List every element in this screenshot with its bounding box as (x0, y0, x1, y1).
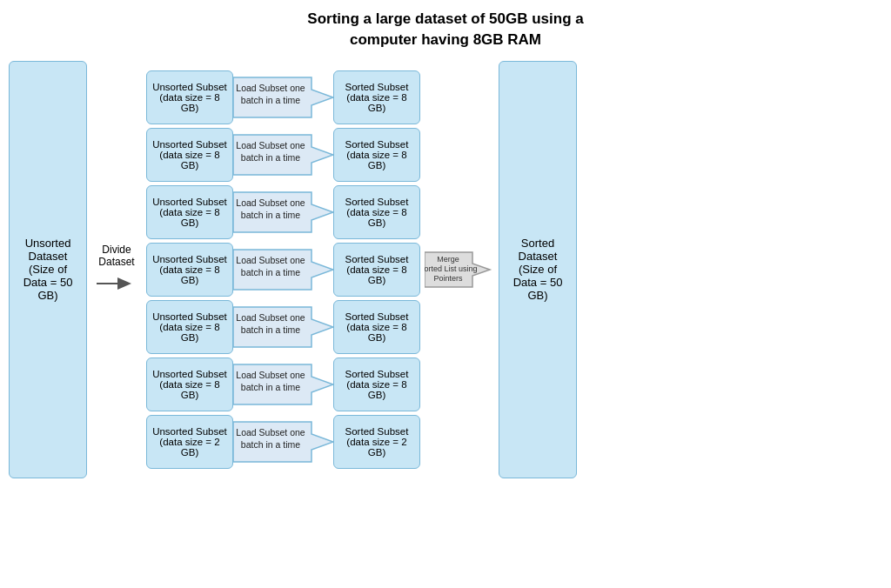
table-row: Unsorted Subset (data size = 8 GB)Load S… (146, 357, 420, 411)
svg-text:Load Subset one: Load Subset one (236, 427, 305, 438)
table-row: Unsorted Subset (data size = 8 GB)Load S… (146, 70, 420, 124)
load-arrow: Load Subset onebatch in a time (233, 415, 333, 469)
svg-text:Sorted List using: Sorted List using (425, 264, 478, 273)
load-arrow: Load Subset onebatch in a time (233, 185, 333, 239)
load-arrow: Load Subset onebatch in a time (233, 300, 333, 354)
svg-text:batch in a time: batch in a time (241, 210, 300, 220)
table-row: Unsorted Subset (data size = 8 GB)Load S… (146, 128, 420, 182)
load-arrow: Load Subset onebatch in a time (233, 128, 333, 182)
divide-label: Divide Dataset (87, 244, 146, 268)
merge-section: Merge Sorted List using Pointers (420, 248, 499, 291)
unsorted-subset-box: Unsorted Subset (data size = 8 GB) (146, 300, 233, 354)
svg-text:Load Subset one: Load Subset one (236, 370, 305, 380)
svg-text:Load Subset one: Load Subset one (236, 83, 305, 93)
unsorted-dataset-box: Unsorted Dataset (Size of Data = 50 GB) (9, 61, 87, 478)
load-arrow-shape: Load Subset onebatch in a time (233, 357, 333, 411)
merge-arrow-icon: Merge Sorted List using Pointers (425, 248, 494, 291)
unsorted-subset-box: Unsorted Subset (data size = 8 GB) (146, 70, 233, 124)
svg-text:batch in a time: batch in a time (241, 439, 300, 450)
unsorted-subset-box: Unsorted Subset (data size = 2 GB) (146, 415, 233, 469)
sorted-subset-box: Sorted Subset (data size = 2 GB) (333, 415, 420, 469)
diagram-container: Sorting a large dataset of 50GB using a … (0, 0, 891, 588)
load-arrow-shape: Load Subset onebatch in a time (233, 300, 333, 354)
svg-text:Load Subset one: Load Subset one (236, 255, 305, 265)
load-arrow-shape: Load Subset onebatch in a time (233, 415, 333, 469)
sorted-subset-box: Sorted Subset (data size = 8 GB) (333, 185, 420, 239)
svg-text:Load Subset one: Load Subset one (236, 140, 305, 150)
sorted-dataset-box: Sorted Dataset (Size of Data = 50 GB) (499, 61, 577, 478)
unsorted-subset-box: Unsorted Subset (data size = 8 GB) (146, 357, 233, 411)
rows-section: Unsorted Subset (data size = 8 GB)Load S… (146, 70, 420, 469)
sorted-subset-box: Sorted Subset (data size = 8 GB) (333, 300, 420, 354)
svg-text:batch in a time: batch in a time (241, 95, 300, 105)
svg-text:Pointers: Pointers (433, 274, 463, 283)
unsorted-subset-box: Unsorted Subset (data size = 8 GB) (146, 128, 233, 182)
unsorted-subset-box: Unsorted Subset (data size = 8 GB) (146, 185, 233, 239)
sorted-subset-box: Sorted Subset (data size = 8 GB) (333, 243, 420, 297)
svg-text:Load Subset one: Load Subset one (236, 197, 305, 208)
svg-text:Load Subset one: Load Subset one (236, 312, 305, 323)
load-arrow-shape: Load Subset onebatch in a time (233, 185, 333, 239)
load-arrow: Load Subset onebatch in a time (233, 357, 333, 411)
svg-text:Merge: Merge (437, 255, 459, 264)
table-row: Unsorted Subset (data size = 8 GB)Load S… (146, 300, 420, 354)
svg-text:batch in a time: batch in a time (241, 152, 300, 163)
load-arrow-shape: Load Subset onebatch in a time (233, 70, 333, 124)
divide-arrow-block: Divide Dataset (87, 244, 146, 296)
sorted-subset-box: Sorted Subset (data size = 8 GB) (333, 128, 420, 182)
load-arrow-shape: Load Subset onebatch in a time (233, 128, 333, 182)
sorted-subset-box: Sorted Subset (data size = 8 GB) (333, 357, 420, 411)
svg-text:batch in a time: batch in a time (241, 324, 300, 335)
table-row: Unsorted Subset (data size = 2 GB)Load S… (146, 415, 420, 469)
main-layout: Unsorted Dataset (Size of Data = 50 GB) … (0, 61, 891, 478)
svg-text:batch in a time: batch in a time (241, 267, 300, 277)
table-row: Unsorted Subset (data size = 8 GB)Load S… (146, 185, 420, 239)
table-row: Unsorted Subset (data size = 8 GB)Load S… (146, 243, 420, 297)
sorted-subset-box: Sorted Subset (data size = 8 GB) (333, 70, 420, 124)
divide-arrow-icon (95, 271, 138, 296)
unsorted-subset-box: Unsorted Subset (data size = 8 GB) (146, 243, 233, 297)
load-arrow-shape: Load Subset onebatch in a time (233, 243, 333, 297)
svg-text:batch in a time: batch in a time (241, 382, 300, 392)
page-title: Sorting a large dataset of 50GB using a … (307, 9, 583, 50)
load-arrow: Load Subset onebatch in a time (233, 243, 333, 297)
load-arrow: Load Subset onebatch in a time (233, 70, 333, 124)
